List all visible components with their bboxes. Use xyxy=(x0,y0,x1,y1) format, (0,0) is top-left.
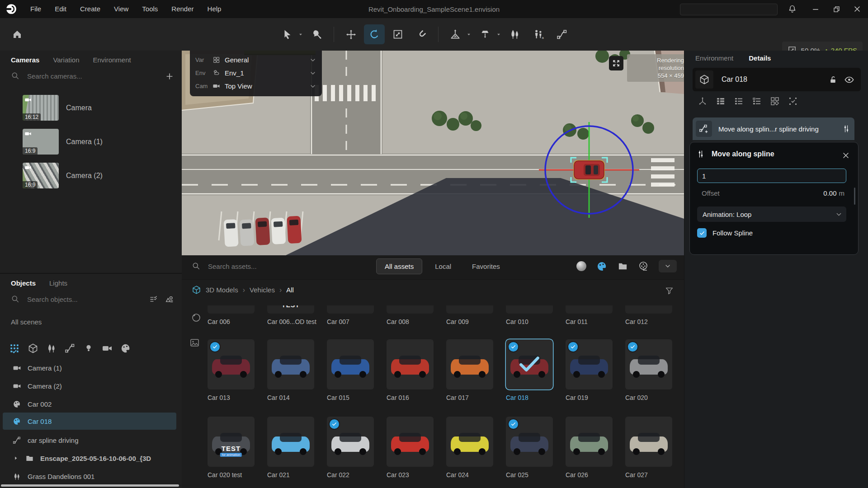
asset-card[interactable]: Car 008 xyxy=(387,305,441,325)
titlebar-search-input[interactable] xyxy=(680,4,778,15)
variation-selector[interactable]: Var General xyxy=(190,53,322,66)
menu-create[interactable]: Create xyxy=(73,0,107,18)
lock-toggle-icon[interactable] xyxy=(825,71,841,88)
asset-card[interactable]: Car 026 xyxy=(566,417,620,479)
sliders-icon[interactable] xyxy=(838,121,854,137)
asset-card[interactable]: Car 021 xyxy=(267,417,321,479)
minimize-button[interactable] xyxy=(807,0,825,18)
object-filter-icon[interactable] xyxy=(149,295,158,304)
follow-spline-row[interactable]: Follow Spline xyxy=(697,228,753,238)
camera-list-item[interactable]: 16:12 Camera xyxy=(23,95,92,121)
collapse-panel-chevron[interactable] xyxy=(659,260,677,272)
filter-models-cube-icon[interactable] xyxy=(27,342,39,355)
asset-card[interactable]: Car 019 xyxy=(566,339,620,401)
spline-tool-button[interactable] xyxy=(552,24,572,44)
tree-item-car-018[interactable]: Car 018 xyxy=(0,412,182,430)
transform-axes-icon[interactable] xyxy=(697,96,708,107)
object-type-sort-icon[interactable] xyxy=(165,295,175,305)
popup-close-icon[interactable] xyxy=(840,150,852,161)
tree-item-enscape-folder[interactable]: Enscape_2025-05-16-10-06-00_{3D xyxy=(0,449,182,467)
spline-value-input[interactable] xyxy=(697,169,846,183)
menu-edit[interactable]: Edit xyxy=(48,0,73,18)
asset-card[interactable]: Car 009 xyxy=(446,305,500,325)
menu-help[interactable]: Help xyxy=(201,0,228,18)
viewport-3d[interactable]: Var General Env Env_1 Cam Top View Rende… xyxy=(182,51,684,255)
menu-file[interactable]: File xyxy=(24,0,48,18)
light-tool-caret-icon[interactable] xyxy=(495,31,502,38)
breadcrumb-vehicles[interactable]: Vehicles xyxy=(250,286,275,294)
tab-favorites[interactable]: Favorites xyxy=(464,259,508,274)
fullscreen-button[interactable] xyxy=(609,56,623,70)
tree-item-camera-2[interactable]: Camera (2) xyxy=(0,377,182,395)
list-compact-icon[interactable] xyxy=(733,96,744,107)
behavior-row-move-along-spline[interactable]: Move along splin...r spline driving xyxy=(693,117,854,140)
tab-environment[interactable]: Environment xyxy=(695,54,733,62)
folder-icon[interactable] xyxy=(618,261,628,272)
move-tool-button[interactable] xyxy=(340,24,361,44)
asset-card[interactable]: Car 015 xyxy=(327,339,381,401)
camera-placement-tool-button[interactable] xyxy=(445,24,466,44)
tree-item-grass-dandelions[interactable]: Grass Dandelions 001 xyxy=(0,467,182,485)
camera-list-item[interactable]: 16:9 Camera (2) xyxy=(23,163,103,188)
asset-card[interactable]: TEST for animation Car 020 test xyxy=(208,417,262,479)
media-reel-icon[interactable] xyxy=(638,261,649,272)
asset-card[interactable]: Car 025 xyxy=(506,417,560,479)
snap-magnet-tool-button[interactable] xyxy=(411,24,432,44)
tab-environment-left[interactable]: Environment xyxy=(93,56,131,64)
environment-selector[interactable]: Env Env_1 xyxy=(190,66,322,80)
filter-vegetation-icon[interactable] xyxy=(45,342,58,355)
close-button[interactable] xyxy=(848,0,866,18)
list-detail-icon[interactable] xyxy=(751,96,762,107)
asset-card[interactable]: Car 010 xyxy=(506,305,560,325)
visibility-eye-icon[interactable] xyxy=(841,71,857,88)
asset-card[interactable]: Car 013 xyxy=(208,339,262,401)
filter-camera-icon[interactable] xyxy=(101,342,113,355)
asset-card[interactable]: Car 023 xyxy=(387,417,441,479)
offset-row[interactable]: Offset 0.00 m xyxy=(697,189,844,197)
home-button[interactable] xyxy=(8,25,26,43)
add-camera-button[interactable] xyxy=(165,71,175,81)
camera-thumbnail[interactable]: 16:9 xyxy=(23,129,59,155)
notifications-bell-button[interactable] xyxy=(783,0,801,18)
asset-card[interactable]: Car 007 xyxy=(327,305,381,325)
camera-search-input[interactable] xyxy=(26,72,118,80)
menu-view[interactable]: View xyxy=(107,0,135,18)
animation-dropdown[interactable]: Animation: Loop xyxy=(697,206,846,222)
horizontal-scrollbar[interactable] xyxy=(1,484,179,487)
popup-scrollbar[interactable] xyxy=(854,188,855,205)
people-tool-button[interactable] xyxy=(528,24,549,44)
breadcrumb-3d-models[interactable]: 3D Models xyxy=(206,286,238,294)
camera-thumbnail[interactable]: 16:9 xyxy=(23,163,59,188)
light-tool-button[interactable] xyxy=(475,24,495,44)
asset-card[interactable]: TESTCar 006...OD test xyxy=(267,305,321,325)
tab-objects[interactable]: Objects xyxy=(11,279,36,287)
camera-thumbnail[interactable]: 16:12 xyxy=(23,95,59,121)
asset-card[interactable]: Car 012 xyxy=(625,305,679,325)
asset-search-input[interactable] xyxy=(207,262,308,271)
tab-details[interactable]: Details xyxy=(749,54,771,62)
breadcrumb-all[interactable]: All xyxy=(286,286,294,294)
asset-filter-funnel-icon[interactable] xyxy=(665,286,674,296)
tab-cameras[interactable]: Cameras xyxy=(11,56,39,64)
filter-asset-icon[interactable] xyxy=(119,342,132,355)
asset-card[interactable]: Car 027 xyxy=(625,417,679,479)
asset-card[interactable]: Car 014 xyxy=(267,339,321,401)
filter-light-icon[interactable] xyxy=(82,342,95,355)
menu-tools[interactable]: Tools xyxy=(135,0,165,18)
object-search-input[interactable] xyxy=(26,295,118,304)
select-tool-button[interactable] xyxy=(277,24,297,44)
vegetation-tool-button[interactable] xyxy=(505,24,525,44)
tab-variation[interactable]: Variation xyxy=(53,56,79,64)
camera-list-item[interactable]: 16:9 Camera (1) xyxy=(23,129,103,155)
tree-item-camera-1[interactable]: Camera (1) xyxy=(0,359,182,377)
all-scenes-label[interactable]: All scenes xyxy=(11,318,42,326)
select-tool-caret-icon[interactable] xyxy=(297,31,304,38)
material-picker-tool-button[interactable] xyxy=(307,24,327,44)
asset-card[interactable]: Car 016 xyxy=(387,339,441,401)
asset-card[interactable]: Car 020 xyxy=(625,339,679,401)
asset-card[interactable]: Car 011 xyxy=(566,305,620,325)
asset-card[interactable]: Car 024 xyxy=(446,417,500,479)
follow-spline-checkbox[interactable] xyxy=(697,228,707,238)
selection-check-icon[interactable] xyxy=(788,96,798,107)
expand-caret-icon[interactable] xyxy=(13,455,19,461)
